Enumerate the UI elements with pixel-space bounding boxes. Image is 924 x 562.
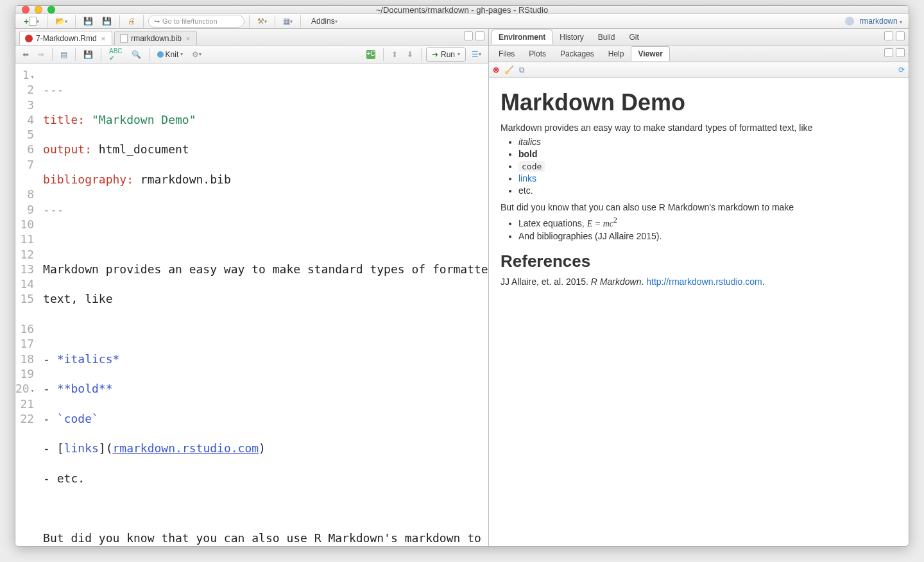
tab-build[interactable]: Build [591,30,622,44]
reference-link[interactable]: http://rmarkdown.rstudio.com [646,277,762,287]
tab-history[interactable]: History [552,30,590,44]
save-button[interactable]: 💾 [80,14,96,28]
zoom-window-icon[interactable] [47,6,55,13]
addins-button[interactable]: Addins ▾ [305,14,343,28]
preview-list: italics bold code links etc. [518,137,897,196]
tab-git[interactable]: Git [622,30,646,44]
new-file-button[interactable]: ＋▾ [19,14,42,28]
source-tabbar: 7-Markdown.Rmd × rmarkdown.bib × [15,29,488,46]
minimize-window-icon[interactable] [35,6,42,13]
close-window-icon[interactable] [22,6,30,13]
insert-chunk-button[interactable]: +C [363,47,379,62]
goto-file-input[interactable]: ↪Go to file/function [148,15,244,28]
main-toolbar: ＋▾ 📂▾ 💾 💾 🖨 ↪Go to file/function ⚒▾ ▦▾ A… [15,14,909,29]
preview-list: Latex equations, E = mc2 And bibliograph… [518,216,897,241]
tab-plots[interactable]: Plots [522,46,553,61]
close-icon[interactable]: × [100,35,107,42]
chunk-up-button[interactable]: ⬆ [388,47,401,62]
show-outline-button[interactable]: ▤ [57,47,71,62]
window-titlebar: ~/Documents/rmarkdown - gh-pages - RStud… [15,6,909,14]
top-right-tabbar: Environment History Build Git [489,29,909,46]
source-toolbar: ⬅ ➡ ▤ 💾 ABC✔ 🔍 Knit ▾ ⚙▾ +C ⬆ ⬇ ➔Run ▾ [15,46,488,64]
back-button[interactable]: ⬅ [19,47,32,62]
minimize-pane-icon[interactable] [464,31,473,40]
find-button[interactable]: 🔍 [128,47,144,62]
source-tab-rmd[interactable]: 7-Markdown.Rmd × [19,31,112,45]
tab-files[interactable]: Files [492,46,522,61]
refresh-viewer-button[interactable]: ⟳ [898,65,905,74]
maximize-pane-icon[interactable] [896,31,905,40]
close-icon[interactable]: × [185,35,191,42]
tab-help[interactable]: Help [601,46,631,61]
tab-environment[interactable]: Environment [492,30,552,44]
knit-options-button[interactable]: ⚙▾ [189,47,205,62]
goto-arrow-icon: ↪ [154,17,160,26]
run-button[interactable]: ➔Run ▾ [426,47,466,62]
document-icon [120,34,128,43]
preview-text: Markdown provides an easy way to make st… [501,123,897,133]
project-menu[interactable]: rmarkdown ▾ [859,17,905,26]
code-area[interactable]: --- title: "Markdown Demo" output: html_… [39,64,499,547]
minimize-pane-icon[interactable] [884,48,893,57]
grid-button[interactable]: ▦▾ [280,14,296,28]
open-file-button[interactable]: 📂▾ [52,14,71,28]
references-heading: References [501,251,897,271]
viewer-pane[interactable]: Markdown Demo Markdown provides an easy … [489,78,909,547]
rmd-file-icon [25,35,33,42]
knit-button[interactable]: Knit ▾ [154,47,187,62]
r-logo-icon [845,17,854,26]
code-editor[interactable]: 1▾234567891011121314151617181920▾2122 --… [15,64,488,547]
forward-button[interactable]: ➡ [35,47,47,62]
preview-link[interactable]: links [518,173,536,183]
preview-heading: Markdown Demo [501,89,897,116]
tab-packages[interactable]: Packages [553,46,601,61]
preview-text: But did you know that you can also use R… [501,202,897,212]
tab-viewer[interactable]: Viewer [631,46,669,61]
maximize-pane-icon[interactable] [896,48,905,57]
reference-entry: JJ Allaire, et. al. 2015. R Markdown. ht… [501,277,897,287]
chunk-down-button[interactable]: ⬇ [404,47,416,62]
clear-viewer-button[interactable]: 🧹 [504,65,514,74]
save-button[interactable]: 💾 [80,47,96,62]
line-gutter: 1▾234567891011121314151617181920▾2122 [15,64,39,547]
publish-button[interactable]: ☰▾ [468,47,484,62]
run-arrow-icon: ➔ [432,50,438,59]
bottom-right-tabbar: Files Plots Packages Help Viewer [489,46,909,62]
window-title: ~/Documents/rmarkdown - gh-pages - RStud… [376,5,548,15]
save-all-button[interactable]: 💾 [99,14,115,28]
tools-button[interactable]: ⚒▾ [254,14,270,28]
print-button[interactable]: 🖨 [124,14,139,28]
remove-viewer-button[interactable]: ⊗ [493,65,499,74]
open-external-button[interactable]: ⧉ [519,65,525,74]
minimize-pane-icon[interactable] [884,31,893,40]
spellcheck-button[interactable]: ABC✔ [106,47,126,62]
knit-icon [157,51,164,58]
viewer-toolbar: ⊗ 🧹 ⧉ ⟳ [489,62,909,78]
maximize-pane-icon[interactable] [475,31,484,40]
source-tab-bib[interactable]: rmarkdown.bib × [114,31,197,45]
